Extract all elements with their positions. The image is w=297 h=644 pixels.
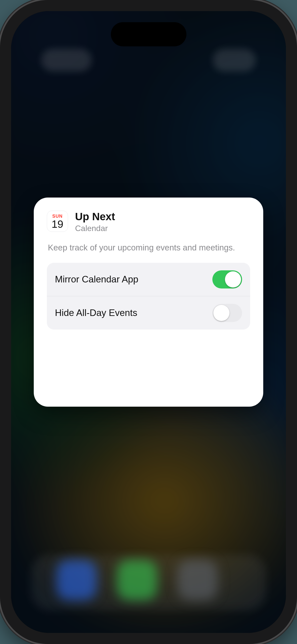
blurred-cancel-button (41, 49, 92, 72)
options-group: Mirror Calendar App Hide All-Day Events (47, 263, 250, 330)
widget-settings-card: SUN 19 Up Next Calendar Keep track of yo… (34, 198, 263, 407)
toggle-hide-all-day-events[interactable] (212, 304, 242, 322)
blurred-dock-app (117, 560, 157, 600)
toggle-mirror-calendar-app[interactable] (212, 270, 242, 288)
calendar-app-icon: SUN 19 (47, 211, 68, 232)
stage: SUN 19 Up Next Calendar Keep track of yo… (0, 0, 297, 644)
widget-title: Up Next (75, 211, 115, 223)
option-label: Hide All-Day Events (55, 308, 137, 318)
blurred-done-button (213, 49, 256, 72)
option-label: Mirror Calendar App (55, 274, 138, 285)
device-frame: SUN 19 Up Next Calendar Keep track of yo… (0, 0, 297, 644)
dynamic-island (111, 22, 186, 46)
icon-date-number: 19 (52, 219, 63, 230)
card-titles: Up Next Calendar (75, 211, 115, 233)
blurred-dock-app (56, 560, 97, 600)
option-mirror-calendar-app: Mirror Calendar App (47, 263, 250, 296)
widget-app-name: Calendar (75, 224, 115, 233)
toggle-knob (225, 271, 241, 287)
option-hide-all-day-events: Hide All-Day Events (47, 296, 250, 330)
card-header: SUN 19 Up Next Calendar (47, 211, 250, 233)
screen: SUN 19 Up Next Calendar Keep track of yo… (11, 11, 286, 633)
blurred-dock-app (177, 560, 218, 600)
icon-day-abbrev: SUN (52, 214, 62, 218)
widget-description: Keep track of your upcoming events and m… (48, 242, 249, 254)
toggle-knob (213, 305, 229, 321)
